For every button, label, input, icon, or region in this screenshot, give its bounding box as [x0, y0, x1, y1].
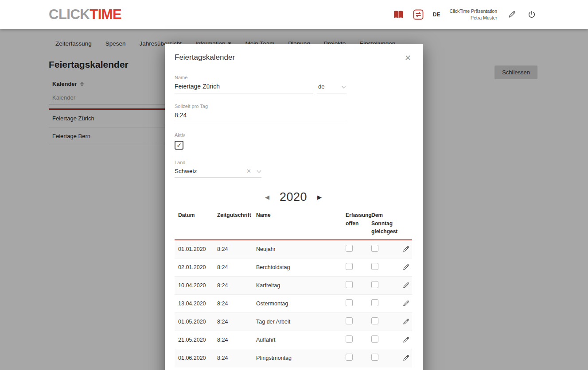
feiertagskalender-dialog: Feiertagskalender ✕ Name de Sollzeit pro… — [165, 44, 423, 370]
holiday-credit: 8:24 — [214, 282, 253, 289]
account-user: Petra Muster — [449, 15, 497, 21]
holiday-name: Ostermontag — [253, 301, 342, 307]
close-icon[interactable]: ✕ — [404, 53, 412, 63]
dem-sonntag-checkbox[interactable] — [371, 263, 378, 270]
holiday-name: Neujahr — [253, 246, 342, 252]
holiday-credit: 8:24 — [214, 246, 253, 252]
erfassung-offen-checkbox[interactable] — [346, 245, 353, 252]
land-dropdown-value: Schweiz — [175, 168, 246, 174]
prev-year-button[interactable]: ◀ — [264, 193, 270, 201]
holiday-name: Auffahrt — [253, 337, 342, 343]
logo-part-click: CLICK — [49, 7, 90, 22]
erfassung-offen-checkbox[interactable] — [346, 335, 353, 343]
holiday-credit: 8:24 — [214, 355, 253, 361]
edit-icon[interactable] — [402, 245, 410, 253]
dem-sonntag-checkbox[interactable] — [371, 335, 378, 343]
col-header-zeitgutschrift: Zeitgutschrift — [214, 211, 253, 220]
col-header-name: Name — [253, 211, 342, 220]
dem-sonntag-checkbox[interactable] — [371, 317, 378, 324]
holiday-credit: 8:24 — [214, 264, 253, 270]
dem-sonntag-checkbox[interactable] — [371, 299, 378, 306]
erfassung-offen-checkbox[interactable] — [346, 354, 353, 361]
table-row: 13.04.2020 8:24 Ostermontag — [175, 295, 412, 313]
aktiv-label: Aktiv — [175, 132, 412, 138]
power-icon[interactable] — [526, 9, 537, 20]
holiday-name: Tag der Arbeit — [253, 319, 342, 325]
dem-sonntag-checkbox[interactable] — [371, 354, 378, 361]
holidays-table-body: 01.01.2020 8:24 Neujahr 02.01.2020 8:24 — [175, 240, 412, 367]
table-row: 01.05.2020 8:24 Tag der Arbeit — [175, 313, 412, 331]
clicktime-logo[interactable]: CLICKTIME — [49, 7, 121, 23]
holiday-credit: 8:24 — [214, 319, 253, 325]
next-year-button[interactable]: ▶ — [316, 193, 323, 201]
edit-icon[interactable] — [402, 318, 410, 325]
dem-sonntag-checkbox[interactable] — [371, 245, 378, 252]
col-header-erfassung-offen: Erfassung offen — [342, 211, 368, 227]
dem-sonntag-checkbox[interactable] — [371, 281, 378, 288]
table-row: 10.04.2020 8:24 Karfreitag — [175, 277, 412, 295]
handbook-icon[interactable] — [393, 9, 404, 20]
header-actions: DE ClickTime Präsentation Petra Muster — [393, 8, 537, 20]
table-row: 01.06.2020 8:24 Pfingstmontag — [175, 349, 412, 367]
table-row: 02.01.2020 8:24 Berchtoldstag — [175, 258, 412, 277]
land-dropdown[interactable]: Schweiz ✕ — [175, 166, 261, 178]
clear-icon[interactable]: ✕ — [246, 168, 251, 174]
sollzeit-input[interactable] — [175, 110, 347, 122]
holiday-date: 13.04.2020 — [175, 301, 214, 307]
sollzeit-label: Sollzeit pro Tag — [175, 104, 412, 109]
name-label: Name — [175, 75, 412, 80]
erfassung-offen-checkbox[interactable] — [346, 317, 353, 324]
language-dropdown[interactable]: de — [317, 82, 347, 93]
edit-icon[interactable] — [402, 263, 410, 271]
holiday-date: 10.04.2020 — [175, 282, 214, 289]
table-row: 01.01.2020 8:24 Neujahr — [175, 240, 412, 258]
app: CLICKTIME DE ClickTime Präsentation Petr… — [0, 0, 588, 370]
holiday-date: 21.05.2020 — [175, 337, 214, 343]
aktiv-checkbox[interactable]: ✓ — [175, 141, 183, 150]
holidays-table-header: Datum Zeitgutschrift Name Erfassung offe… — [175, 211, 412, 240]
holiday-date: 01.05.2020 — [175, 319, 214, 325]
chevron-down-icon — [342, 84, 346, 89]
holiday-date: 01.06.2020 — [175, 355, 214, 361]
erfassung-offen-checkbox[interactable] — [346, 299, 353, 306]
edit-icon[interactable] — [402, 336, 410, 343]
account-info: ClickTime Präsentation Petra Muster — [449, 8, 497, 20]
language-dropdown-value: de — [318, 83, 324, 90]
edit-icon[interactable] — [402, 281, 410, 289]
chevron-down-icon — [257, 169, 261, 173]
edit-icon[interactable] — [402, 354, 410, 362]
edit-profile-icon[interactable] — [506, 9, 517, 20]
holiday-name: Pfingstmontag — [253, 355, 342, 361]
erfassung-offen-checkbox[interactable] — [346, 281, 353, 288]
year-value: 2020 — [280, 190, 307, 204]
name-input[interactable] — [175, 81, 313, 93]
account-company: ClickTime Präsentation — [449, 8, 497, 14]
app-header: CLICKTIME DE ClickTime Präsentation Petr… — [0, 0, 588, 29]
logo-part-time: TIME — [90, 7, 121, 22]
holiday-name: Karfreitag — [253, 282, 342, 289]
holiday-credit: 8:24 — [214, 337, 253, 343]
holiday-date: 02.01.2020 — [175, 264, 214, 270]
dialog-title: Feiertagskalender — [175, 53, 235, 62]
switch-company-icon[interactable] — [413, 9, 424, 20]
erfassung-offen-checkbox[interactable] — [346, 263, 353, 270]
holiday-name: Berchtoldstag — [253, 264, 342, 270]
edit-icon[interactable] — [402, 300, 410, 307]
holiday-date: 01.01.2020 — [175, 246, 214, 252]
year-navigator: ◀ 2020 ▶ — [175, 190, 412, 204]
col-header-dem-sonntag: Dem Sonntag gleichgest — [368, 211, 396, 236]
holiday-credit: 8:24 — [214, 301, 253, 307]
col-header-datum: Datum — [175, 211, 214, 220]
land-label: Land — [175, 160, 412, 165]
table-row: 21.05.2020 8:24 Auffahrt — [175, 331, 412, 349]
language-selector[interactable]: DE — [433, 12, 440, 18]
